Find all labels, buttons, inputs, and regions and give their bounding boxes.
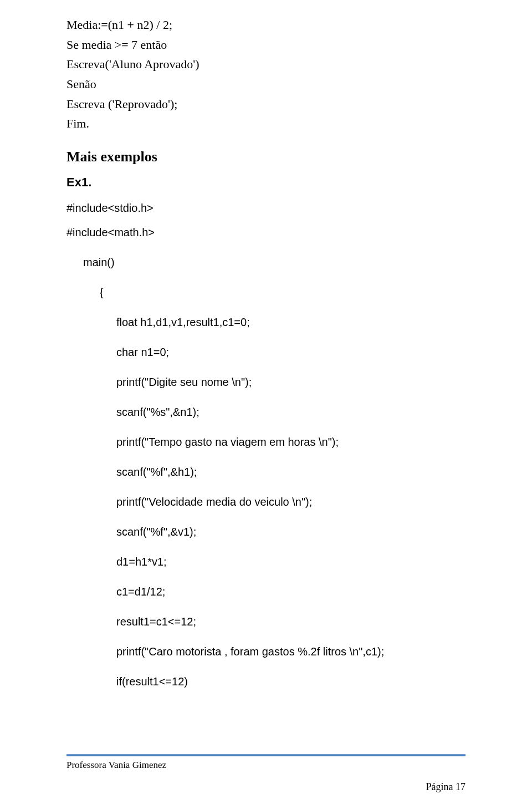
- code-line: #include<stdio.h>: [66, 201, 466, 215]
- code-line: printf("Velocidade media do veiculo \n")…: [66, 495, 466, 509]
- code-line: float h1,d1,v1,result1,c1=0;: [66, 315, 466, 329]
- pseudocode-block: Media:=(n1 + n2) / 2; Se media >= 7 entã…: [66, 17, 466, 132]
- code-line: Media:=(n1 + n2) / 2;: [66, 17, 466, 33]
- code-line: result1=c1<=12;: [66, 614, 466, 629]
- code-line: Se media >= 7 então: [66, 37, 466, 53]
- code-line: scanf("%f",&v1);: [66, 525, 466, 539]
- example-heading: Ex1.: [66, 175, 466, 190]
- code-line: d1=h1*v1;: [66, 554, 466, 569]
- code-line: c1=d1/12;: [66, 584, 466, 599]
- code-line: scanf("%f",&h1);: [66, 465, 466, 479]
- code-line: #include<math.h>: [66, 225, 466, 240]
- code-line: char n1=0;: [66, 345, 466, 359]
- code-line: Fim.: [66, 115, 466, 132]
- code-line: printf("Tempo gasto na viagem em horas \…: [66, 435, 466, 449]
- page-footer: Professora Vania Gimenez: [66, 754, 466, 771]
- code-line: scanf("%s",&n1);: [66, 405, 466, 419]
- code-line: main(): [66, 255, 466, 269]
- section-heading: Mais exemplos: [66, 149, 466, 165]
- footer-author: Professora Vania Gimenez: [66, 760, 466, 771]
- code-line: Senão: [66, 76, 466, 93]
- code-line: printf("Digite seu nome \n");: [66, 375, 466, 389]
- code-line: printf("Caro motorista , foram gastos %.…: [66, 644, 466, 659]
- footer-divider: [66, 754, 466, 756]
- page-number: Página 17: [426, 781, 466, 793]
- c-code-block: #include<stdio.h> #include<math.h> main(…: [66, 201, 466, 689]
- code-line: {: [66, 285, 466, 299]
- code-line: Escreva ('Reprovado');: [66, 96, 466, 113]
- code-line: if(result1<=12): [66, 674, 466, 689]
- code-line: Escreva('Aluno Aprovado'): [66, 56, 466, 73]
